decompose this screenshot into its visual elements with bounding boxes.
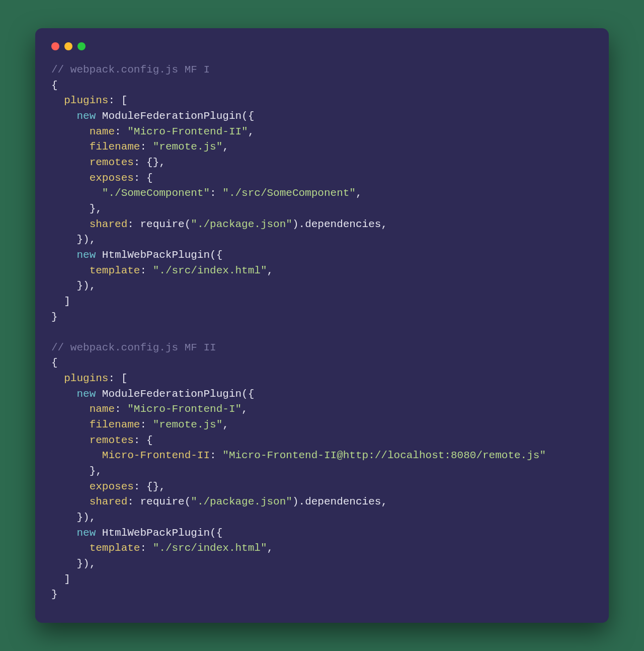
punct: , [222,419,229,430]
key-plugins: plugins [64,373,108,384]
window-titlebar [51,42,593,62]
key-exposes: exposes [90,481,134,492]
punct: : [210,187,222,199]
comment-line: // webpack.config.js MF I [51,64,210,76]
punct: : [140,141,152,153]
punct: : [127,496,140,508]
punct: ( [185,496,191,508]
key-name: name [90,126,115,137]
punct: : [140,419,152,430]
brace: }), [76,558,96,569]
comment-line: // webpack.config.js MF II [51,342,216,353]
key-remotes: remotes [90,435,134,446]
str-name: "Micro-Frontend-I" [127,403,242,415]
key-shared: shared [90,219,128,230]
kw-new: new [76,388,96,400]
str-filename: "remote.js" [153,141,223,153]
brace: } [51,589,58,600]
punct: , [381,496,387,508]
remote-entry-key: Micro-Frontend-II [102,450,210,461]
punct: : [140,542,152,554]
brace: }), [76,280,96,292]
brace: }, [90,203,102,214]
str-require-arg: "./package.json" [191,219,292,230]
punct: : [210,450,222,461]
code-window: // webpack.config.js MF I { plugins: [ n… [35,28,609,623]
close-icon[interactable] [51,42,59,50]
punct: , [248,126,255,137]
punct: : [140,265,152,276]
expose-key: "./SomeComponent" [102,187,210,199]
punct: , [242,403,248,415]
punct: : {}, [134,157,166,168]
maximize-icon[interactable] [77,42,86,50]
ident-mfp: ModuleFederationPlugin [102,388,242,400]
bracket: ] [64,573,70,585]
ident-hwp: HtmlWebPackPlugin [102,527,210,539]
ident-hwp: HtmlWebPackPlugin [102,249,210,261]
punct: : { [134,435,153,446]
str-name: "Micro-Frontend-II" [127,126,248,137]
key-filename: filename [90,419,140,430]
key-shared: shared [90,496,128,508]
punct: , [356,187,362,199]
brace: }, [90,465,102,477]
key-plugins: plugins [64,95,108,106]
kw-new: new [76,110,96,122]
page-background: // webpack.config.js MF I { plugins: [ n… [0,0,644,651]
bracket: ] [64,296,70,307]
str-template: "./src/index.html" [153,542,267,554]
brace: } [51,311,58,323]
kw-new: new [76,527,96,539]
punct: ( [185,219,191,230]
ident-deps: .dependencies [299,219,381,230]
minimize-icon[interactable] [64,42,72,50]
punct: : {}, [134,481,166,492]
str-require-arg: "./package.json" [191,496,292,508]
punct: : [127,219,140,230]
key-name: name [90,403,115,415]
punct: : [115,403,127,415]
key-template: template [90,542,140,554]
key-exposes: exposes [90,172,134,184]
punct: , [267,265,274,276]
key-filename: filename [90,141,140,153]
ident-mfp: ModuleFederationPlugin [102,110,242,122]
brace: }), [76,234,96,245]
brace: { [51,80,58,91]
str-filename: "remote.js" [153,419,223,430]
kw-new: new [76,249,96,261]
fn-require: require [140,219,184,230]
punct: ) [292,219,299,230]
key-remotes: remotes [90,157,134,168]
punct: : [ [108,373,127,384]
remote-entry-val: "Micro-Frontend-II@http://localhost:8080… [222,450,546,461]
punct: : { [134,172,153,184]
punct: ) [292,496,299,508]
brace: { [51,357,58,369]
punct: : [115,126,127,137]
punct: ({ [242,110,254,122]
brace: }), [76,512,96,523]
str-template: "./src/index.html" [153,265,267,276]
punct: , [381,219,387,230]
punct: , [267,542,274,554]
punct: ({ [210,527,222,539]
punct: ({ [242,388,254,400]
punct: : [ [108,95,127,106]
punct: ({ [210,249,222,261]
ident-deps: .dependencies [299,496,381,508]
key-template: template [90,265,140,276]
expose-val: "./src/SomeComponent" [222,187,356,199]
code-block: // webpack.config.js MF I { plugins: [ n… [51,62,593,603]
punct: , [222,141,229,153]
fn-require: require [140,496,184,508]
